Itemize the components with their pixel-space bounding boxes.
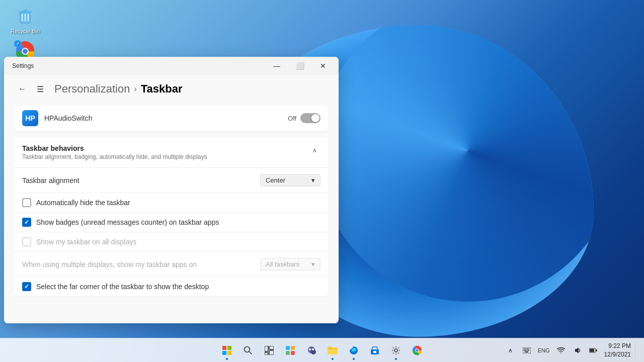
svg-rect-25	[291, 346, 295, 350]
breadcrumb-parent[interactable]: Personalization	[54, 82, 130, 96]
svg-rect-32	[328, 349, 338, 354]
show-desktop-button[interactable]	[635, 341, 639, 359]
task-view-button[interactable]	[260, 341, 278, 359]
svg-rect-47	[528, 350, 529, 351]
wifi-icon[interactable]	[554, 341, 568, 359]
recycle-bin-icon[interactable]: Recycle Bin	[5, 6, 45, 34]
edge-indicator	[353, 358, 355, 360]
chrome-taskbar-wrapper	[408, 340, 426, 361]
multi-display-apps-dropdown: All taskbars ▾	[260, 258, 320, 270]
multi-display-apps-chevron: ▾	[311, 260, 315, 268]
search-taskbar-button[interactable]	[239, 341, 257, 359]
settings-window: Settings — ⬜ ✕ ← ☰ Personalization ›	[4, 57, 339, 323]
section-header[interactable]: Taskbar behaviors Taskbar alignment, bad…	[14, 137, 329, 168]
section-title: Taskbar behaviors	[22, 144, 207, 152]
svg-rect-48	[525, 351, 528, 352]
desktop: Recycle Bin ✓ Google Chrome	[0, 0, 644, 362]
taskbar: ∧ ENG	[0, 338, 644, 362]
scroll-area: HP HPAudioSwitch Off	[4, 105, 339, 318]
back-button[interactable]: ←	[14, 81, 30, 97]
svg-rect-46	[527, 350, 528, 351]
section-subtitle: Taskbar alignment, badging, automaticall…	[22, 153, 207, 160]
alignment-value: Center	[266, 176, 285, 184]
svg-rect-15	[227, 346, 231, 350]
recycle-bin-image	[15, 6, 35, 26]
battery-icon[interactable]	[586, 341, 600, 359]
clock[interactable]: 9:22 PM 12/9/2021	[604, 342, 631, 359]
svg-rect-2	[23, 10, 27, 12]
svg-rect-44	[524, 350, 525, 351]
app-item-left: HP HPAudioSwitch	[22, 110, 92, 126]
nav-controls: ← ☰	[14, 81, 48, 97]
store-wrapper	[366, 340, 384, 361]
chat-button[interactable]	[302, 341, 320, 359]
multi-display-checkbox[interactable]	[22, 237, 31, 246]
maximize-button[interactable]: ⬜	[288, 57, 311, 75]
svg-point-38	[416, 349, 419, 351]
file-explorer-indicator	[332, 358, 334, 360]
multi-display-apps-row: When using multiple displays, show my ta…	[14, 252, 329, 277]
edge-button[interactable]	[345, 341, 363, 359]
time-display: 9:22 PM	[604, 342, 631, 350]
svg-point-31	[312, 348, 314, 350]
svg-rect-21	[269, 346, 274, 349]
multi-display-row: Show my taskbar on all displays	[14, 232, 329, 252]
hp-audio-toggle[interactable]	[300, 113, 320, 123]
svg-rect-24	[286, 346, 290, 350]
show-badges-checkbox[interactable]	[22, 218, 31, 227]
toggle-label: Off	[288, 115, 296, 122]
auto-hide-row: Automatically hide the taskbar	[14, 193, 329, 213]
svg-rect-27	[291, 351, 295, 355]
store-button[interactable]	[366, 341, 384, 359]
task-view-wrapper	[260, 340, 278, 361]
recycle-bin-label: Recycle Bin	[11, 28, 40, 34]
svg-line-19	[249, 351, 252, 354]
section-header-left: Taskbar behaviors Taskbar alignment, bad…	[22, 144, 207, 160]
toggle-thumb	[311, 114, 319, 122]
svg-rect-42	[527, 348, 528, 349]
alignment-dropdown[interactable]: Center ▾	[260, 174, 320, 187]
chrome-taskbar-button[interactable]	[408, 341, 426, 359]
date-display: 12/9/2021	[604, 350, 631, 359]
start-button[interactable]	[218, 341, 236, 359]
show-badges-label: Show badges (unread messages counter) on…	[36, 218, 219, 226]
app-item-hp-audio: HP HPAudioSwitch Off	[14, 105, 329, 131]
settings-content: ← ☰ Personalization › Taskbar HP	[4, 75, 339, 323]
multi-display-apps-label: When using multiple displays, show my ta…	[22, 260, 260, 268]
search-wrapper	[239, 340, 257, 361]
taskbar-alignment-row: Taskbar alignment Center ▾	[14, 168, 329, 193]
window-title: Settings	[12, 62, 34, 69]
minimize-button[interactable]: —	[265, 57, 288, 75]
settings-taskbar-button[interactable]	[387, 341, 405, 359]
svg-rect-22	[269, 350, 274, 355]
show-desktop-label: Select the far corner of the taskbar to …	[36, 283, 209, 291]
multi-display-apps-value: All taskbars	[266, 260, 299, 268]
window-controls: — ⬜ ✕	[265, 57, 335, 75]
svg-rect-34	[373, 351, 376, 353]
settings-taskbar-indicator	[395, 358, 397, 360]
volume-icon[interactable]	[570, 341, 584, 359]
taskbar-right: ∧ ENG	[504, 341, 639, 359]
show-desktop-checkbox[interactable]	[22, 282, 31, 291]
keyboard-icon[interactable]	[520, 341, 534, 359]
start-indicator	[226, 358, 228, 360]
alignment-chevron: ▾	[311, 176, 315, 184]
close-button[interactable]: ✕	[311, 57, 335, 75]
svg-rect-20	[265, 346, 268, 351]
auto-hide-checkbox[interactable]	[22, 198, 31, 207]
hamburger-button[interactable]: ☰	[32, 81, 48, 97]
edge-wrapper	[345, 340, 363, 361]
svg-point-30	[309, 348, 311, 350]
collapse-button[interactable]: ∧	[308, 144, 320, 156]
svg-rect-50	[590, 349, 594, 352]
widgets-button[interactable]	[281, 341, 299, 359]
chevron-up-icon[interactable]: ∧	[504, 341, 518, 359]
chat-wrapper	[302, 340, 320, 361]
start-button-wrapper	[218, 340, 236, 361]
file-explorer-wrapper	[324, 340, 342, 361]
svg-rect-40	[524, 348, 525, 349]
svg-rect-23	[265, 352, 268, 355]
svg-rect-16	[222, 351, 226, 355]
language-icon[interactable]: ENG	[536, 341, 552, 359]
file-explorer-button[interactable]	[324, 341, 342, 359]
